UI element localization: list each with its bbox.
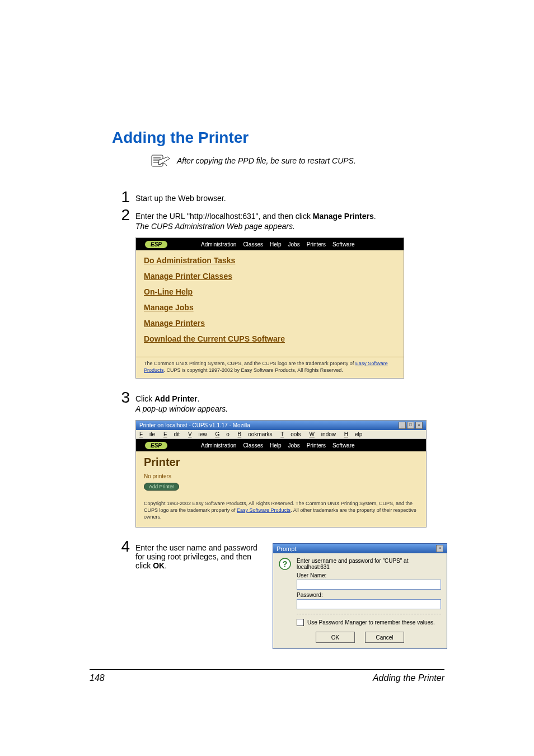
username-input[interactable] (297, 580, 441, 590)
step-2: 2 Enter the URL "http://localhost:631", … (112, 207, 467, 231)
step-text: Enter the URL "http://localhost:631", an… (135, 207, 467, 231)
footer-title: Adding the Printer (373, 673, 444, 683)
menu-help[interactable]: Help (344, 431, 363, 437)
step-number: 1 (112, 189, 130, 205)
cups-page-body: ESP Administration Classes Help Jobs Pri… (136, 439, 426, 527)
prompt-titlebar: Prompt × (273, 544, 447, 553)
page: Adding the Printer After copying the PPD… (0, 0, 534, 756)
cups-logo: ESP (145, 442, 167, 449)
password-label: Password: (297, 592, 441, 598)
question-icon: ? (279, 558, 291, 570)
menu-tools[interactable]: Tools (280, 431, 301, 437)
prompt-fields: Enter username and password for "CUPS" a… (297, 558, 441, 609)
menu-window[interactable]: Window (309, 431, 336, 437)
cups-printer-screenshot: Printer on localhost - CUPS v1.1.17 - Mo… (135, 420, 427, 528)
menu-view[interactable]: View (188, 431, 207, 437)
cups2-footer-link[interactable]: Easy Software Products (237, 507, 291, 513)
step4-bold: OK (153, 561, 165, 570)
prompt-body: ? Enter username and password for "CUPS"… (273, 553, 447, 612)
note-row: After copying the PPD file, be sure to r… (112, 155, 467, 167)
step-number: 4 (112, 539, 130, 554)
step-text: Start up the Web browser. (135, 189, 467, 203)
window-titlebar: Printer on localhost - CUPS v1.1.17 - Mo… (136, 421, 426, 430)
step-1: 1 Start up the Web browser. (112, 189, 467, 205)
nav-help[interactable]: Help (270, 442, 282, 449)
nav-jobs[interactable]: Jobs (288, 442, 300, 449)
cups-nav-bar-2: ESP Administration Classes Help Jobs Pri… (136, 439, 426, 451)
link-online-help[interactable]: On-Line Help (144, 287, 396, 296)
step2-sub: The CUPS Administration Web page appears… (135, 222, 467, 231)
svg-text:?: ? (283, 559, 288, 568)
step2-bold: Manage Printers (313, 212, 374, 221)
nav-software[interactable]: Software (332, 241, 354, 248)
window-buttons: _ □ × (399, 422, 423, 429)
step2-pre: Enter the URL "http://localhost:631", an… (135, 212, 313, 221)
no-printers-text: No printers (144, 473, 418, 479)
nav-classes[interactable]: Classes (243, 442, 263, 449)
step3-post: . (197, 394, 199, 403)
printer-heading: Printer (144, 456, 418, 469)
link-manage-classes[interactable]: Manage Printer Classes (144, 272, 396, 281)
step-number: 2 (112, 207, 130, 223)
close-icon[interactable]: × (436, 545, 443, 552)
menu-edit[interactable]: Edit (163, 431, 180, 437)
nav-help[interactable]: Help (270, 241, 282, 248)
minimize-icon[interactable]: _ (399, 422, 406, 429)
step2-post: . (374, 212, 376, 221)
printer-body: Printer No printers Add Printer (136, 451, 426, 495)
divider (136, 357, 404, 357)
step4-row: Enter the user name and password for usi… (135, 539, 467, 649)
nav-jobs[interactable]: Jobs (288, 241, 300, 248)
nav-administration[interactable]: Administration (201, 241, 236, 248)
ok-button[interactable]: OK (316, 632, 355, 643)
link-manage-printers[interactable]: Manage Printers (144, 319, 396, 328)
prompt-title-text: Prompt (277, 545, 296, 552)
password-input[interactable] (297, 599, 441, 609)
step-4: 4 Enter the user name and password for u… (112, 539, 467, 649)
step-text: Click Add Printer. A pop-up window appea… (135, 390, 467, 413)
remember-label: Use Password Manager to remember these v… (307, 619, 435, 626)
cups-footer-b: . CUPS is copyright 1997-2002 by Easy So… (164, 367, 343, 373)
cups-admin-screenshot: ESP Administration Classes Help Jobs Pri… (135, 237, 404, 379)
remember-checkbox[interactable] (297, 619, 304, 626)
step-number: 3 (112, 390, 130, 405)
step3-bold: Add Printer (154, 394, 197, 403)
menu-go[interactable]: Go (215, 431, 229, 437)
cups-admin-links: Do Administration Tasks Manage Printer C… (136, 250, 404, 353)
maximize-icon[interactable]: □ (407, 422, 414, 429)
link-do-admin[interactable]: Do Administration Tasks (144, 256, 396, 265)
username-label: User Name: (297, 572, 441, 578)
section-heading: Adding the Printer (112, 129, 467, 147)
link-download-cups[interactable]: Download the Current CUPS Software (144, 334, 396, 343)
menu-file[interactable]: File (139, 431, 155, 437)
page-number: 148 (90, 673, 105, 683)
step-3: 3 Click Add Printer. A pop-up window app… (112, 390, 467, 413)
browser-menubar: File Edit View Go Bookmarks Tools Window… (136, 430, 426, 439)
close-icon[interactable]: × (415, 422, 423, 429)
cups-footer-a: The Common UNIX Printing System, CUPS, a… (144, 361, 355, 366)
nav-administration[interactable]: Administration (201, 442, 236, 449)
page-footer: 148 Adding the Printer (90, 669, 444, 683)
nav-printers[interactable]: Printers (307, 241, 326, 248)
prompt-buttons: OK Cancel (273, 629, 447, 648)
step4-text: Enter the user name and password for usi… (135, 543, 261, 570)
menu-bookmarks[interactable]: Bookmarks (238, 431, 273, 437)
step3-pre: Click (135, 394, 154, 403)
step4-post: . (165, 561, 167, 570)
nav-printers[interactable]: Printers (307, 442, 326, 449)
note-text: After copying the PPD file, be sure to r… (177, 156, 356, 165)
cups-footer: The Common UNIX Printing System, CUPS, a… (136, 361, 404, 378)
note-icon (151, 155, 171, 167)
cups-logo: ESP (145, 241, 167, 248)
prompt-message: Enter username and password for "CUPS" a… (297, 558, 441, 570)
link-manage-jobs[interactable]: Manage Jobs (144, 303, 396, 312)
prompt-dialog: Prompt × ? Enter username and password f… (273, 543, 447, 649)
cups-nav-bar: ESP Administration Classes Help Jobs Pri… (136, 238, 404, 250)
add-printer-button[interactable]: Add Printer (144, 483, 179, 491)
cancel-button[interactable]: Cancel (365, 632, 404, 643)
cups-footer-2: Copyright 1993-2002 Easy Software Produc… (136, 495, 426, 527)
nav-classes[interactable]: Classes (243, 241, 263, 248)
remember-row: Use Password Manager to remember these v… (273, 614, 447, 629)
nav-software[interactable]: Software (332, 442, 354, 449)
window-title-text: Printer on localhost - CUPS v1.1.17 - Mo… (139, 422, 250, 428)
